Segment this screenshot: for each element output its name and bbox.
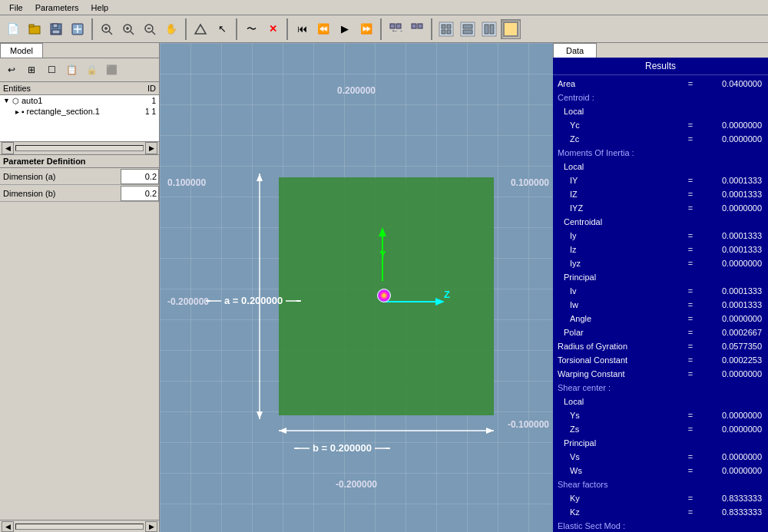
svg-line-17	[152, 31, 155, 35]
z-axis-label: Z	[444, 289, 450, 300]
toolbar: 📄	[0, 15, 768, 43]
entity-id-rect: 1 1	[145, 107, 156, 116]
result-eq: =	[685, 134, 696, 144]
svg-rect-24	[418, 24, 422, 28]
entities-label: Entities	[3, 84, 31, 93]
results-table: Area=0.0400000Centroid :LocalYc=0.000000…	[553, 75, 768, 532]
result-row: Iw=0.0001333	[556, 298, 765, 312]
toolbar-first-btn[interactable]: ⏮	[292, 19, 312, 39]
left-rect-btn[interactable]: ☐	[42, 61, 61, 79]
result-label: Torsional Constant	[556, 355, 685, 365]
toolbar-curve-btn[interactable]: 〜	[241, 19, 261, 39]
toolbar-sep5	[380, 18, 382, 40]
result-label: Iyz	[556, 259, 685, 268]
menu-help[interactable]: Help	[85, 2, 115, 14]
left-clipboard-btn[interactable]: 📋	[62, 61, 81, 79]
result-value: 0.0000000	[696, 425, 765, 434]
result-row: Warping Constant=0.0000000	[556, 367, 765, 381]
svg-marker-46	[257, 173, 263, 181]
param-value-a[interactable]	[121, 169, 159, 184]
toolbar-play-btn[interactable]: ▶	[335, 19, 355, 39]
h-scroll-right-arrow[interactable]: ▶	[145, 521, 157, 532]
result-label: Centroidal	[556, 217, 685, 226]
svg-rect-26	[442, 25, 445, 28]
toolbar-triangle-btn[interactable]	[190, 19, 210, 39]
toolbar-sep1	[91, 18, 93, 40]
toolbar-icon4-btn[interactable]	[68, 19, 88, 39]
toolbar-cross-btn[interactable]: ✕	[263, 19, 283, 39]
toolbar-new-btn[interactable]: 📄	[3, 19, 23, 39]
toolbar-view1-btn[interactable]	[436, 19, 456, 39]
toolbar-sep6	[431, 18, 432, 40]
result-value: 0.0002253	[696, 355, 765, 365]
toolbar-view2-btn[interactable]	[458, 19, 478, 39]
toolbar-pointer-btn[interactable]: ↖	[212, 19, 232, 39]
svg-rect-23	[412, 24, 416, 28]
svg-line-9	[109, 31, 112, 35]
result-row: Centroid :	[556, 91, 765, 104]
result-row: Local	[556, 160, 765, 173]
result-eq: =	[685, 245, 696, 254]
toolbar-open-btn[interactable]	[25, 19, 45, 39]
result-label: Local	[556, 107, 685, 116]
toolbar-sep2	[185, 18, 187, 40]
menu-file[interactable]: File	[3, 2, 29, 14]
toolbar-save-btn[interactable]	[46, 19, 66, 39]
result-row: Ys=0.0000000	[556, 408, 765, 422]
result-label: Area	[556, 79, 685, 88]
toolbar-pan-btn[interactable]: ✋	[161, 19, 181, 39]
result-row: Centroidal	[556, 215, 765, 229]
scroll-left-arrow[interactable]: ◀	[2, 142, 14, 154]
result-label: Ys	[556, 411, 685, 420]
result-label: Local	[556, 162, 685, 171]
toolbar-zoom-window-btn[interactable]	[97, 19, 117, 39]
svg-marker-52	[379, 227, 386, 236]
result-label: Polar	[556, 328, 685, 337]
grid-label-right2: -0.100000	[508, 419, 549, 430]
result-label: Moments Of Inertia :	[556, 148, 685, 157]
toolbar-view3-btn[interactable]	[479, 19, 499, 39]
scroll-track[interactable]	[15, 145, 144, 151]
result-eq: =	[685, 507, 696, 517]
result-row: Principal	[556, 436, 765, 450]
dim-line-bottom	[279, 423, 494, 438]
center-canvas[interactable]: 0.200000 0.100000 -0.100000 -0.200000 -0…	[160, 43, 553, 532]
grid-label-left2: 0.100000	[167, 177, 206, 188]
model-tab[interactable]: Model	[0, 43, 43, 58]
scroll-right-arrow[interactable]: ▶	[145, 142, 157, 154]
result-label: Zc	[556, 134, 685, 144]
left-panel: Model ↩ ⊞ ☐ 📋 🔒 ⬛ Entities ID ▼ ⬡ auto1 …	[0, 43, 160, 532]
result-row: Iz=0.0001333	[556, 243, 765, 256]
result-eq: =	[685, 300, 696, 309]
grid-label-bottom: -0.200000	[336, 479, 377, 490]
toolbar-next-btn[interactable]: ⏩	[356, 19, 376, 39]
result-label: Warping Constant	[556, 369, 685, 378]
svg-rect-35	[490, 25, 494, 34]
tree-item-auto1[interactable]: ▼ ⬡ auto1 1	[0, 95, 159, 106]
h-scroll-track[interactable]	[15, 524, 144, 530]
data-tab[interactable]: Data	[553, 43, 597, 58]
result-value: 0.0577350	[696, 342, 765, 351]
svg-text:←→: ←→	[391, 26, 402, 35]
result-label: Iy	[556, 231, 685, 240]
result-label: Iw	[556, 300, 685, 309]
toolbar-grid1-btn[interactable]: ←→	[386, 19, 406, 39]
result-row: Zc=0.0000000	[556, 132, 765, 146]
left-toolbar: ↩ ⊞ ☐ 📋 🔒 ⬛	[0, 58, 159, 82]
toolbar-zoom-in-btn[interactable]	[118, 19, 138, 39]
param-row-b: Dimension (b)	[0, 185, 159, 202]
h-scroll-left-arrow[interactable]: ◀	[2, 521, 14, 532]
param-value-b[interactable]	[121, 186, 159, 201]
toolbar-prev-btn[interactable]: ⏪	[313, 19, 333, 39]
toolbar-zoom-out-btn[interactable]	[140, 19, 160, 39]
result-label: Centroid :	[556, 93, 685, 102]
left-undo-btn[interactable]: ↩	[2, 61, 21, 79]
menu-parameters[interactable]: Parameters	[29, 2, 85, 14]
dim-b-text: b = 0.200000	[313, 442, 372, 454]
left-grid-btn[interactable]: ⊞	[22, 61, 41, 79]
entities-header: Entities ID	[0, 82, 159, 95]
result-row: Moments Of Inertia :	[556, 146, 765, 160]
toolbar-grid2-btn[interactable]	[407, 19, 427, 39]
toolbar-view4-btn[interactable]	[501, 19, 521, 39]
tree-item-rect-section[interactable]: ▸ ▪ rectangle_section.1 1 1	[0, 106, 159, 117]
